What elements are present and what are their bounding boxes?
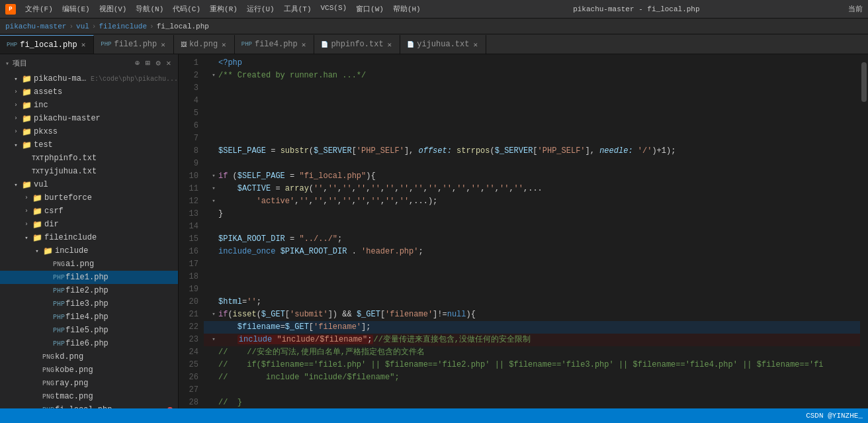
sidebar-item-file4php[interactable]: PHP file4.php — [0, 310, 178, 324]
folder-icon: 📁 — [21, 114, 32, 124]
tab-phpinfotxt[interactable]: 📄phpinfo.txt✕ — [314, 35, 400, 54]
tab-yijuhuatxt[interactable]: 📄yijuhua.txt✕ — [400, 35, 486, 54]
main-layout: ▾ 项目 ⊕ ⊞ ⚙ ✕ ▾ 📁 pikachu-master E:\code\… — [0, 54, 868, 408]
sidebar-item-csrf[interactable]: › 📁 csrf — [0, 205, 178, 218]
menu-item-导航[interactable]: 导航(N) — [132, 3, 167, 15]
sidebar-item-yijuhuatxt[interactable]: TXT yijuhua.txt — [0, 165, 178, 178]
tab-close-icon[interactable]: ✕ — [220, 40, 228, 49]
menu-item-运行[interactable]: 运行(U) — [243, 3, 279, 15]
line-number-14: 14 — [179, 220, 204, 233]
code-line-1: <?php — [204, 57, 860, 70]
tree-item-label: file1.php — [65, 273, 108, 282]
menu-item-重构[interactable]: 重构(R) — [206, 3, 241, 15]
code-line-21: ▾if(isset($_GET['submit']) && $_GET['fil… — [204, 308, 860, 321]
sidebar-item-file5php[interactable]: PHP file5.php — [0, 324, 178, 337]
fold-arrow-2[interactable]: ▾ — [209, 70, 218, 82]
sidebar-item-dir[interactable]: › 📁 dir — [0, 218, 178, 231]
editor-scrollbar[interactable] — [860, 54, 868, 408]
menu-item-工具[interactable]: 工具(T) — [280, 3, 316, 15]
menu-item-文件[interactable]: 文件(F) — [21, 3, 57, 15]
sidebar-item-assets[interactable]: › 📁 assets — [0, 85, 178, 99]
tab-close-icon[interactable]: ✕ — [386, 40, 394, 49]
line-number-12: 12 — [179, 195, 204, 208]
php-icon: PHP — [7, 42, 17, 48]
sidebar-collapse-icon[interactable]: ▾ — [5, 60, 10, 68]
sidebar-item-tmacpng[interactable]: PNG tmac.png — [0, 390, 178, 403]
tab-close-icon[interactable]: ✕ — [80, 40, 87, 49]
code-line-19 — [204, 283, 860, 296]
code-content[interactable]: <?php▾/** Created by runner.han ...*/ $S… — [204, 54, 860, 408]
sidebar-close-icon[interactable]: ✕ — [165, 57, 173, 70]
sidebar-item-burteforce[interactable]: › 📁 burteforce — [0, 191, 178, 205]
sidebar-item-kobepng[interactable]: PNG kobe.png — [0, 363, 178, 377]
fold-arrow-23[interactable]: ▾ — [209, 334, 218, 346]
sidebar-item-raypng[interactable]: PNG ray.png — [0, 377, 178, 390]
php-icon: PHP — [101, 41, 111, 48]
sidebar-item-pikachu-master[interactable]: › 📁 pikachu-master — [0, 112, 178, 125]
tabs-bar: PHPfi_local.php✕PHPfile1.php✕🖼kd.png✕PHP… — [0, 34, 868, 54]
sidebar-item-pkxss[interactable]: › 📁 pkxss — [0, 125, 178, 138]
tab-close-icon[interactable]: ✕ — [159, 40, 167, 49]
tab-close-icon[interactable]: ✕ — [300, 40, 308, 49]
php-icon: PHP — [53, 274, 64, 281]
menu-item-窗口[interactable]: 窗口(W) — [352, 3, 388, 15]
tab-fi_localphp[interactable]: PHPfi_local.php✕ — [0, 35, 94, 54]
sidebar-item-file3php[interactable]: PHP file3.php — [0, 297, 178, 310]
fold-arrow-11[interactable]: ▾ — [209, 183, 218, 195]
line-number-10: 10 — [179, 170, 204, 183]
tab-file1php[interactable]: PHPfile1.php✕ — [94, 35, 174, 54]
folder-icon: 📁 — [21, 87, 32, 97]
sidebar-item-fileinclude[interactable]: ▾ 📁 fileinclude — [0, 231, 178, 244]
app-icon-letter: P — [9, 6, 12, 13]
tab-file4php[interactable]: PHPfile4.php✕ — [235, 35, 315, 54]
sidebar-item-file6php[interactable]: PHP file6.php — [0, 337, 178, 350]
fold-arrow-21[interactable]: ▾ — [209, 308, 218, 321]
tree-item-label: test — [34, 140, 53, 150]
sidebar-settings-icon[interactable]: ⚙ — [155, 57, 163, 70]
breadcrumb-vul[interactable]: vul — [76, 23, 89, 30]
tab-close-icon[interactable]: ✕ — [472, 40, 479, 49]
menu-item-编辑[interactable]: 编辑(E) — [58, 3, 94, 15]
code-text-26: // include "include/$filename"; — [218, 371, 400, 384]
sidebar-item-aipng[interactable]: PNG ai.png — [0, 258, 178, 271]
tree-item-label: kd.png — [55, 352, 83, 361]
sidebar-item-root[interactable]: ▾ 📁 pikachu-master E:\code\php\pikachu..… — [0, 72, 178, 85]
sidebar-item-file2php[interactable]: PHP file2.php — [0, 284, 178, 297]
code-line-10: ▾if ($SELF_PAGE = "fi_local.php"){ — [204, 170, 860, 183]
txt-icon: TXT — [32, 168, 42, 175]
menu-item-视图[interactable]: 视图(V) — [95, 3, 131, 15]
sidebar-item-test[interactable]: ▾ 📁 test — [0, 138, 178, 152]
app-icon: P — [5, 4, 16, 15]
sidebar-item-kdpng[interactable]: PNG kd.png — [0, 350, 178, 363]
code-line-3 — [204, 82, 860, 95]
folder-icon: 📁 — [42, 246, 53, 256]
code-text-11: $ACTIVE = array('','','','','','','','',… — [218, 183, 542, 195]
code-text-21: if(isset($_GET['submit']) && $_GET['file… — [218, 308, 476, 321]
code-line-17 — [204, 258, 860, 271]
tree-arrow-test: ▾ — [11, 142, 21, 149]
sidebar-item-vul[interactable]: ▾ 📁 vul — [0, 178, 178, 191]
line-number-19: 19 — [179, 283, 204, 296]
menu-item-帮助[interactable]: 帮助(H) — [389, 3, 425, 15]
breadcrumb-fileinclude[interactable]: fileinclude — [99, 23, 147, 30]
tab-kdpng[interactable]: 🖼kd.png✕ — [174, 35, 235, 54]
code-line-23: ▾ include "include/$filename";//变量传进来直接包… — [204, 334, 860, 346]
sidebar-new-folder-icon[interactable]: ⊞ — [144, 57, 152, 70]
scrollbar-thumb[interactable] — [861, 62, 867, 102]
menu-item-VCS[interactable]: VCS(S) — [317, 3, 351, 15]
sidebar-item-include[interactable]: ▾ 📁 include — [0, 244, 178, 258]
breadcrumb-root[interactable]: pikachu-master — [5, 23, 66, 30]
sidebar-item-inc[interactable]: › 📁 inc — [0, 99, 178, 112]
fold-arrow-12[interactable]: ▾ — [209, 195, 218, 208]
menu-item-代码[interactable]: 代码(C) — [169, 3, 204, 15]
sidebar-item-fi_localphp[interactable]: PHP fi_local.php — [0, 403, 178, 408]
folder-icon: 📁 — [21, 180, 32, 190]
php-icon: PHP — [53, 340, 64, 348]
sidebar-new-file-icon[interactable]: ⊕ — [134, 57, 142, 70]
sidebar-item-file1php[interactable]: PHP file1.php — [0, 271, 178, 284]
code-line-6 — [204, 120, 860, 132]
folder-icon: 📁 — [32, 193, 42, 203]
sidebar-item-phpinfotxt[interactable]: TXT phpinfo.txt — [0, 152, 178, 165]
fold-arrow-10[interactable]: ▾ — [209, 170, 218, 183]
code-line-20: $html=''; — [204, 296, 860, 308]
